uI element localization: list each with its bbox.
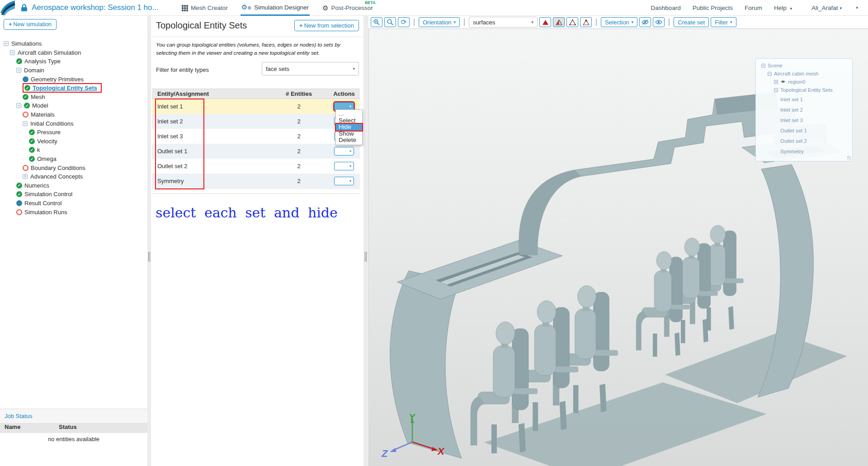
collapse-icon[interactable]: − [774, 88, 778, 92]
extra-menu-caret[interactable]: ▾ [856, 5, 858, 10]
tree-item-topological-entity-sets[interactable]: ✓Topological Entity Sets [0, 84, 147, 93]
scene-item-label: Outlet set 2 [780, 138, 807, 144]
handwritten-annotation: select each set and hide [156, 205, 338, 221]
tree-item-simulations[interactable]: −Simulations [0, 39, 147, 48]
tree-item-advanced-concepts[interactable]: +Advanced Concepts [0, 172, 147, 181]
collapse-icon[interactable]: − [768, 72, 772, 76]
scene-item-inlet-set-1[interactable]: Inlet set 1 [761, 94, 852, 104]
tree-item-initial-conditions[interactable]: −Initial Conditions [0, 119, 147, 128]
table-row-inlet-set-2[interactable]: Inlet set 22▾ [152, 114, 360, 129]
tree-item-pressure[interactable]: ✓Pressure [0, 128, 147, 137]
orientation-button[interactable]: Orientation ▾ [419, 17, 460, 27]
tree-item-velocity[interactable]: ✓Velocity [0, 137, 147, 146]
table-row-symmetry[interactable]: Symmetry2▾ [152, 174, 360, 188]
row-actions-dropdown[interactable]: ▾ [334, 147, 354, 155]
scene-item-aircraft-cabin-mesh[interactable]: −Aircraft cabin mesh [761, 70, 852, 78]
tree-item-simulation-control[interactable]: ✓Simulation Control [0, 190, 147, 199]
chevron-down-icon: ▾ [790, 6, 792, 11]
collapse-icon[interactable]: − [761, 64, 765, 68]
nav-public-projects[interactable]: Public Projects [693, 5, 733, 11]
tree-item-model[interactable]: −✓Model [0, 101, 147, 110]
divider-handle[interactable] [365, 252, 368, 262]
collapse-icon[interactable]: − [10, 50, 15, 55]
row-actions-dropdown[interactable]: ▾ [334, 177, 354, 185]
create-set-button[interactable]: Create set [674, 17, 709, 27]
nav-dashboard[interactable]: Dashboard [651, 5, 681, 11]
menu-item-ellipsis[interactable]: ... [336, 111, 362, 118]
viewer-filter-button[interactable]: Filter ▾ [711, 17, 736, 27]
select-volumes-button[interactable] [539, 17, 551, 27]
menu-item-delete[interactable]: Delete [336, 137, 362, 144]
panel-title: Topological Entity Sets [156, 20, 247, 31]
show-selection-button[interactable] [653, 17, 665, 27]
scene-item-scene[interactable]: −Scene [761, 61, 852, 70]
new-from-selection-button[interactable]: + New from selection [294, 20, 359, 31]
new-simulation-button[interactable]: + New simulation [4, 19, 57, 30]
nav-forum[interactable]: Forum [745, 5, 762, 11]
tree-item-boundary-conditions[interactable]: Boundary Conditions [0, 163, 147, 172]
scene-item-symmetry[interactable]: Symmetry [761, 146, 852, 156]
tree-item-k[interactable]: ✓k [0, 146, 147, 155]
table-row-outlet-set-2[interactable]: Outlet set 22▾ [152, 159, 360, 174]
tree-item-label: Boundary Conditions [31, 165, 85, 171]
menu-item-select[interactable]: Select [336, 118, 362, 124]
axis-z-label: Z [382, 448, 388, 459]
select-edges-button[interactable] [566, 17, 578, 27]
panel-resize-divider[interactable] [363, 16, 368, 466]
table-row-inlet-set-1[interactable]: Inlet set 12▾ [152, 99, 360, 114]
menu-item-show[interactable]: Show [336, 131, 362, 137]
scene-item-inlet-set-3[interactable]: Inlet set 3 [761, 115, 852, 125]
scene-item-outlet-set-2[interactable]: Outlet set 2 [761, 136, 852, 146]
scene-resize-handle[interactable] [847, 156, 851, 160]
tab-simulation-designer[interactable]: ⚙⚙ Simulation Designer [241, 0, 310, 16]
select-faces-button[interactable] [553, 17, 565, 27]
chevron-down-icon: ▾ [840, 6, 842, 10]
tree-item-result-control[interactable]: Result Control [0, 199, 147, 208]
select-nodes-button[interactable] [580, 17, 592, 27]
panel-divider [151, 37, 363, 37]
tree-item-analysis-type[interactable]: ✓Analysis Type [0, 57, 147, 66]
tree-item-aircraft-cabin-simulation[interactable]: −Aircraft cabin Simulation [0, 48, 147, 57]
new-simulation-label: New simulation [13, 21, 52, 28]
menu-item-hide[interactable]: Hide [336, 124, 362, 131]
scene-item-outlet-set-1[interactable]: Outlet set 1 [761, 125, 852, 136]
tree-item-materials[interactable]: Materials [0, 110, 147, 119]
entity-type-filter-select[interactable]: face sets ▾ [262, 62, 359, 75]
tree-item-geometry-primitives[interactable]: Geometry Primitives [0, 75, 147, 84]
tree-item-simulation-runs[interactable]: Simulation Runs [0, 207, 147, 217]
eye-icon[interactable] [780, 79, 786, 85]
tab-mesh-creator[interactable]: Mesh Creator [181, 0, 229, 16]
status-red-icon [16, 209, 22, 215]
hide-selection-button[interactable] [639, 17, 651, 27]
zoom-box-button[interactable] [384, 17, 396, 27]
tree-item-domain[interactable]: −Domain [0, 66, 147, 75]
table-row-inlet-set-3[interactable]: Inlet set 32▾ [152, 129, 360, 144]
row-actions-dropdown[interactable]: ▾ [334, 162, 354, 170]
scene-item-label: Topological Entity Sets [780, 87, 833, 93]
scene-item-region0[interactable]: +region0 [761, 78, 852, 86]
project-title[interactable]: Aerospace workshop: Session 1 ho... [32, 3, 159, 12]
user-menu[interactable]: Ali_Arafat ▾ [811, 0, 842, 16]
collapse-icon[interactable]: − [23, 121, 28, 126]
table-body: Inlet set 12▾Inlet set 22▾Inlet set 32▾O… [152, 99, 360, 188]
sidebar-resize-divider[interactable] [147, 16, 151, 466]
render-mode-select[interactable]: surfaces ▾ [469, 17, 538, 28]
collapse-icon[interactable]: − [16, 68, 21, 73]
refresh-view-button[interactable]: ⟳ [398, 17, 410, 27]
expand-icon[interactable]: + [23, 174, 28, 179]
scene-item-topological-entity-sets[interactable]: −Topological Entity Sets [761, 86, 852, 94]
scene-item-inlet-set-2[interactable]: Inlet set 2 [761, 104, 852, 115]
expand-icon[interactable]: + [774, 80, 778, 84]
selection-button[interactable]: Selection ▾ [601, 17, 637, 27]
collapse-icon[interactable]: − [4, 41, 9, 46]
tree-item-numerics[interactable]: ✓Numerics [0, 181, 147, 190]
collapse-icon[interactable]: − [16, 103, 21, 108]
nav-help[interactable]: Help ▾ [774, 5, 792, 11]
tab-post-processor[interactable]: ⚙ Post-Processor BETA [321, 0, 374, 16]
tree-item-omega[interactable]: ✓Omega [0, 155, 147, 164]
tree-item-mesh[interactable]: ✓Mesh [0, 93, 147, 102]
zoom-in-button[interactable] [371, 17, 382, 27]
app-logo[interactable] [0, 0, 16, 16]
table-row-outlet-set-1[interactable]: Outlet set 12▾ [152, 144, 360, 159]
viewer-canvas[interactable]: −Scene−Aircraft cabin mesh+region0−Topol… [368, 28, 868, 466]
